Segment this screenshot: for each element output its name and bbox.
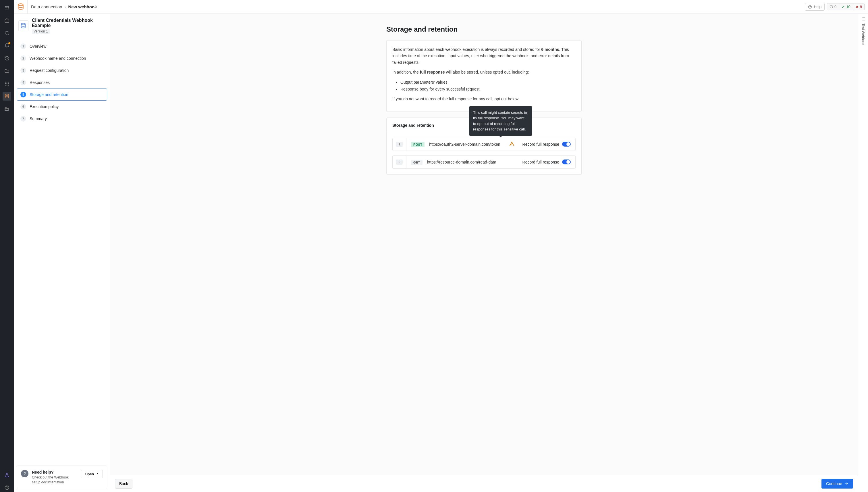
search-icon[interactable] <box>3 29 11 38</box>
back-button[interactable]: Back <box>115 479 132 489</box>
page-heading: Storage and retention <box>386 25 582 33</box>
content-area: Storage and retention Basic information … <box>110 14 858 492</box>
help-card-icon: ? <box>21 470 28 477</box>
svg-point-2 <box>7 82 7 82</box>
step-list: 1Overview 2Webhook name and connection 3… <box>14 38 110 463</box>
list-icon[interactable] <box>861 17 865 21</box>
method-badge: POST <box>411 142 425 147</box>
svg-point-6 <box>8 83 9 84</box>
help-card-desc: Check out the Webhook setup documentatio… <box>32 475 78 485</box>
app-brand-icon <box>14 0 28 14</box>
wizard-footer: Back Continue <box>110 475 858 492</box>
status-error[interactable]: 8 <box>853 3 864 10</box>
svg-point-4 <box>5 83 6 84</box>
request-url: https://oauth2-server-domain.com/token <box>429 138 506 151</box>
retention-card: Storage and retention This call might co… <box>386 118 582 175</box>
svg-point-5 <box>7 83 7 84</box>
svg-point-13 <box>18 4 23 6</box>
step-storage-retention[interactable]: 5Storage and retention <box>17 89 107 101</box>
step-summary[interactable]: 7Summary <box>17 113 107 125</box>
notifications-icon[interactable] <box>3 41 11 50</box>
help-label: Help <box>814 5 821 9</box>
menu-toggle-icon[interactable] <box>3 3 11 12</box>
test-webhook-tab[interactable]: Test Webhook <box>861 24 865 45</box>
request-row-2: 2 GET https://resource-domain.com/read-d… <box>392 155 576 169</box>
left-rail <box>0 0 14 492</box>
webhook-title: Client Credentials Webhook Example <box>32 18 105 28</box>
wizard-sidebar: Client Credentials Webhook Example Versi… <box>14 14 110 492</box>
info-li2: Response body for every successful reque… <box>400 86 576 92</box>
step-name-connection[interactable]: 2Webhook name and connection <box>17 52 107 65</box>
breadcrumb-current: New webhook <box>68 4 97 9</box>
status-group: 0 10 8 <box>827 3 865 10</box>
toggle-label: Record full response <box>522 142 559 147</box>
apps-icon[interactable] <box>3 79 11 88</box>
request-num: 1 <box>396 142 403 147</box>
flask-icon[interactable] <box>3 471 11 479</box>
help-circle-icon[interactable] <box>3 483 11 492</box>
svg-point-12 <box>7 489 7 489</box>
breadcrumb-root[interactable]: Data connection <box>31 4 62 9</box>
svg-point-8 <box>7 85 7 85</box>
test-rail: Test Webhook <box>858 14 868 492</box>
step-request-config[interactable]: 3Request configuration <box>17 65 107 76</box>
info-p2: In addition, the full response will also… <box>392 69 576 75</box>
database-icon[interactable] <box>3 92 11 101</box>
help-open-button[interactable]: Open <box>81 470 103 478</box>
request-row-1: This call might contain secrets in its f… <box>392 138 576 151</box>
svg-point-7 <box>5 85 6 85</box>
record-response-toggle[interactable] <box>562 159 571 164</box>
home-icon[interactable] <box>3 16 11 25</box>
svg-point-9 <box>8 85 9 85</box>
status-pending[interactable]: 0 <box>827 3 839 10</box>
info-card: Basic information about each webhook exe… <box>386 40 582 112</box>
open-folder-icon[interactable] <box>3 105 11 113</box>
help-button[interactable]: Help <box>805 3 825 10</box>
svg-point-10 <box>5 94 9 96</box>
step-execution-policy[interactable]: 6Execution policy <box>17 101 107 113</box>
breadcrumb: Data connection › New webhook <box>31 4 97 9</box>
svg-point-1 <box>5 82 6 82</box>
continue-button[interactable]: Continue <box>821 479 853 489</box>
request-url: https://resource-domain.com/read-data <box>427 156 518 168</box>
folder-icon[interactable] <box>3 67 11 75</box>
info-p3: If you do not want to record the full re… <box>392 96 576 102</box>
svg-point-0 <box>5 31 8 34</box>
step-responses[interactable]: 4Responses <box>17 76 107 89</box>
topbar: Data connection › New webhook Help 0 10 … <box>14 0 868 14</box>
svg-point-15 <box>810 7 810 8</box>
status-ok[interactable]: 10 <box>839 3 853 10</box>
help-card: ? Need help? Check out the Webhook setup… <box>17 466 107 489</box>
request-num: 2 <box>396 159 403 165</box>
chevron-right-icon: › <box>64 4 66 9</box>
info-li1: Output parameters' values, <box>400 79 576 85</box>
method-badge: GET <box>411 160 423 165</box>
svg-point-3 <box>8 82 9 82</box>
help-card-title: Need help? <box>32 470 78 474</box>
record-response-toggle[interactable] <box>562 142 571 147</box>
step-overview[interactable]: 1Overview <box>17 40 107 52</box>
svg-point-16 <box>21 23 26 25</box>
history-icon[interactable] <box>3 54 11 63</box>
version-chip: Version 1 <box>32 29 50 34</box>
toggle-label: Record full response <box>522 160 559 164</box>
webhook-logo-icon <box>18 20 28 31</box>
info-p1: Basic information about each webhook exe… <box>392 46 576 66</box>
warning-tooltip: This call might contain secrets in its f… <box>469 106 532 136</box>
warning-icon[interactable] <box>506 141 518 147</box>
